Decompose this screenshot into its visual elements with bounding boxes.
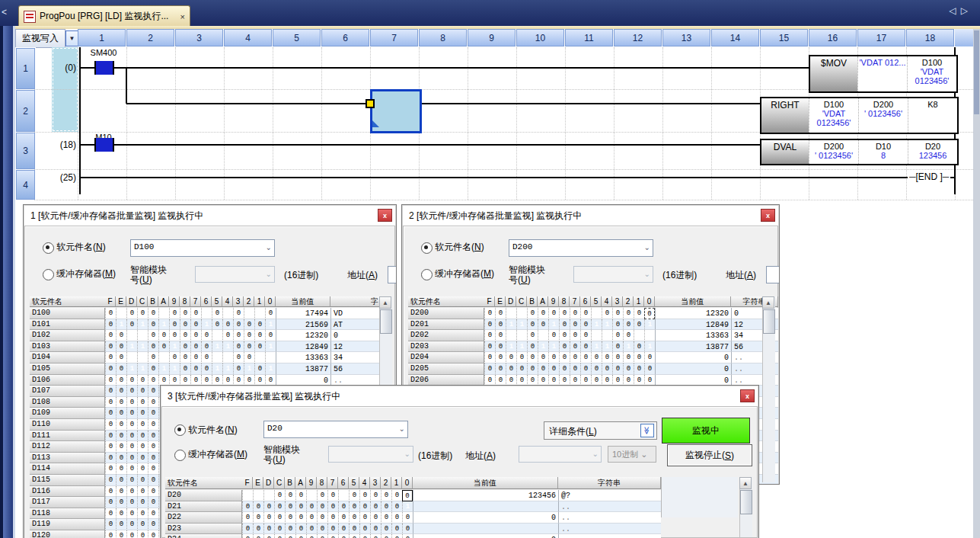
- bit-cell[interactable]: 1: [548, 319, 559, 331]
- bit-cell[interactable]: 0: [527, 330, 538, 341]
- bit-cell[interactable]: 0: [327, 534, 338, 538]
- bit-cell[interactable]: 0: [116, 463, 126, 475]
- bit-cell[interactable]: 1: [254, 308, 265, 319]
- bit-cell[interactable]: 0: [495, 330, 506, 341]
- bit-cell[interactable]: 0: [370, 524, 381, 535]
- current-value-cell[interactable]: 13363: [276, 352, 330, 363]
- bit-cell[interactable]: 0: [285, 501, 295, 513]
- bit-cell[interactable]: 0: [148, 330, 158, 341]
- bit-cell[interactable]: 0: [634, 375, 644, 386]
- bit-cell[interactable]: 1: [244, 363, 254, 375]
- bit-cell[interactable]: 0: [306, 534, 317, 538]
- bit-cell[interactable]: 0: [338, 524, 349, 535]
- bit-cell[interactable]: 0: [201, 375, 212, 386]
- bit-cell[interactable]: 0: [233, 375, 244, 386]
- bit-cell[interactable]: 0: [126, 319, 137, 331]
- bit-cell[interactable]: 1: [516, 330, 527, 341]
- bit-cell[interactable]: 1: [137, 352, 148, 363]
- bit-cell[interactable]: 1: [506, 308, 516, 319]
- bit-cell[interactable]: 0: [137, 441, 148, 453]
- chevron-down-icon[interactable]: ⌄: [399, 424, 405, 433]
- bit-cell[interactable]: 0: [190, 319, 201, 331]
- bit-cell[interactable]: 0: [201, 330, 212, 341]
- bit-cell[interactable]: 0: [634, 308, 644, 319]
- bit-cell[interactable]: 0: [105, 497, 116, 508]
- bit-cell[interactable]: 1: [254, 352, 265, 363]
- buffer-memory-radio[interactable]: [43, 269, 54, 280]
- bit-cell[interactable]: 0: [327, 512, 338, 524]
- bit-cell[interactable]: 0: [506, 352, 516, 363]
- bit-cell[interactable]: 0: [263, 534, 274, 538]
- bit-cell[interactable]: 1: [212, 363, 222, 375]
- bit-cell[interactable]: 1: [137, 330, 148, 341]
- double-chevron-down-icon[interactable]: ≫: [640, 424, 654, 437]
- bit-cell[interactable]: 0: [370, 501, 381, 513]
- bit-cell[interactable]: 1: [591, 330, 602, 341]
- bit-cell[interactable]: 0: [180, 363, 190, 375]
- bit-cell[interactable]: 0: [148, 341, 158, 353]
- bit-cell[interactable]: 0: [105, 308, 116, 319]
- device-row-name[interactable]: D117: [30, 497, 105, 508]
- bit-cell[interactable]: 0: [623, 319, 634, 331]
- string-cell[interactable]: 0: [330, 330, 379, 341]
- bit-cell[interactable]: 0: [634, 352, 644, 363]
- device-row-name[interactable]: D112: [30, 441, 105, 453]
- bit-cell[interactable]: 0: [359, 534, 370, 538]
- bit-cell[interactable]: 0: [484, 330, 495, 341]
- bit-cell[interactable]: 0: [244, 319, 254, 331]
- bit-cell[interactable]: 0: [116, 453, 126, 464]
- bit-cell[interactable]: 0: [105, 419, 116, 431]
- bit-cell[interactable]: 0: [116, 397, 126, 408]
- current-value-cell[interactable]: 0: [413, 534, 558, 538]
- device-name-combobox[interactable]: D20⌄: [263, 421, 408, 438]
- bit-cell[interactable]: 0: [105, 519, 116, 530]
- bit-cell[interactable]: 0: [137, 508, 148, 520]
- bit-cell[interactable]: 0: [527, 375, 538, 386]
- bit-cell[interactable]: 0: [370, 490, 381, 501]
- bit-cell[interactable]: 0: [306, 524, 317, 535]
- instruction-operand[interactable]: D200' 0123456': [809, 140, 858, 164]
- bit-cell[interactable]: 0: [169, 352, 180, 363]
- bit-cell[interactable]: 0: [126, 419, 137, 431]
- device-row-name[interactable]: D20: [165, 490, 242, 501]
- current-value-cell[interactable]: 12849: [655, 319, 731, 331]
- bit-cell[interactable]: 0: [148, 397, 158, 408]
- bit-cell[interactable]: 0: [253, 534, 263, 538]
- device-row-name[interactable]: D22: [165, 512, 242, 524]
- bit-cell[interactable]: 0: [381, 501, 391, 513]
- bit-cell[interactable]: 0: [570, 330, 580, 341]
- scroll-up-icon[interactable]: ▲: [379, 296, 391, 309]
- tab-close-icon[interactable]: ×: [180, 12, 185, 21]
- chevron-down-icon[interactable]: ⌄: [644, 243, 650, 251]
- bit-cell[interactable]: 0: [137, 519, 148, 530]
- bit-cell[interactable]: 1: [137, 341, 148, 353]
- bit-cell[interactable]: 0: [391, 490, 402, 501]
- instruction-operand[interactable]: D100'VDAT0123456': [809, 98, 858, 133]
- bit-cell[interactable]: 0: [295, 512, 306, 524]
- bit-cell[interactable]: 0: [105, 363, 116, 375]
- bit-cell[interactable]: 1: [538, 330, 548, 341]
- bit-cell[interactable]: 0: [381, 490, 391, 501]
- tab-scroll-right-icon[interactable]: ▷: [961, 5, 972, 16]
- address-combobox[interactable]: [766, 266, 780, 283]
- device-row-name[interactable]: D118: [30, 508, 105, 520]
- bit-cell[interactable]: 0: [644, 363, 655, 375]
- current-value-cell[interactable]: 13363: [655, 330, 731, 341]
- bit-cell[interactable]: 0: [116, 497, 126, 508]
- string-cell[interactable]: ..: [558, 524, 661, 535]
- mode-dropdown-icon[interactable]: ▼: [65, 30, 78, 46]
- bit-cell[interactable]: 0: [612, 352, 623, 363]
- bit-cell[interactable]: 0: [137, 408, 148, 419]
- bit-cell[interactable]: 0: [623, 330, 634, 341]
- bit-cell[interactable]: 0: [317, 524, 327, 535]
- contact-sm400[interactable]: [94, 61, 114, 75]
- bit-cell[interactable]: 0: [349, 512, 359, 524]
- bit-cell[interactable]: 0: [148, 475, 158, 486]
- current-value-cell[interactable]: 17494: [276, 308, 330, 319]
- bit-cell[interactable]: 0: [623, 375, 634, 386]
- close-button[interactable]: x: [740, 389, 755, 402]
- bit-cell[interactable]: 0: [381, 524, 391, 535]
- device-row-name[interactable]: D100: [30, 308, 105, 319]
- bit-cell[interactable]: 1: [222, 363, 233, 375]
- bit-cell[interactable]: 0: [559, 375, 570, 386]
